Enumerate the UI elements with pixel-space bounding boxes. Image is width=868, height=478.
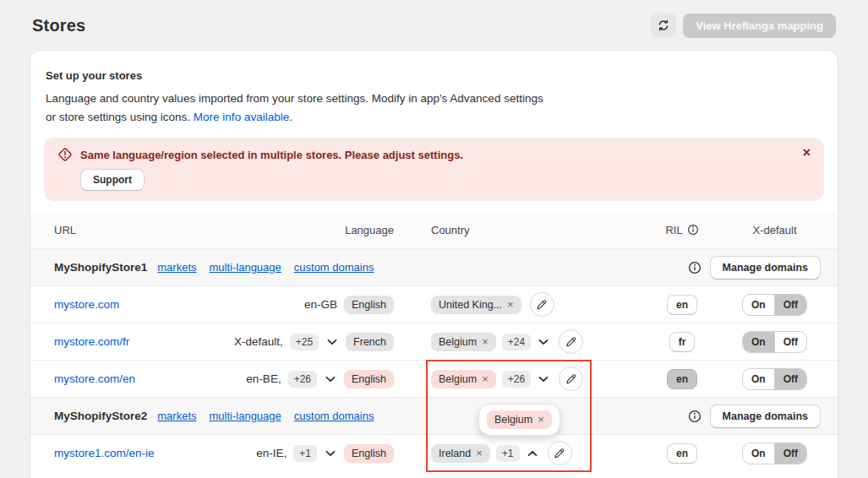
link-markets[interactable]: markets <box>157 261 196 274</box>
store-url-link[interactable]: mystore1.com/en-ie <box>54 447 155 459</box>
country-chip: United King... × <box>431 296 521 314</box>
xdefault-toggle[interactable]: On Off <box>742 294 807 316</box>
ril-chip[interactable]: en <box>667 369 697 389</box>
pencil-icon <box>565 373 577 385</box>
language-overflow-chip: +26 <box>288 371 317 388</box>
banner-close-icon[interactable]: × <box>803 146 811 160</box>
column-header-xdefault: X-default <box>729 224 821 236</box>
sync-icon <box>657 19 670 32</box>
edit-pencil-button[interactable] <box>530 292 554 317</box>
link-multi-language[interactable]: multi-language <box>210 261 281 274</box>
xdefault-toggle[interactable]: On Off <box>742 368 807 390</box>
link-custom-domains[interactable]: custom domains <box>294 261 374 274</box>
link-custom-domains[interactable]: custom domains <box>294 410 374 422</box>
country-overflow-chip: +26 <box>502 371 531 388</box>
pencil-icon <box>554 448 565 459</box>
chevron-down-icon[interactable] <box>324 374 337 384</box>
xdefault-toggle[interactable]: On Off <box>742 443 807 464</box>
column-header-country: Country <box>424 224 636 236</box>
store-url-link[interactable]: mystore.com/fr <box>54 335 129 348</box>
setup-description: Language and country values imported fro… <box>46 90 822 127</box>
alert-diamond-icon <box>57 147 73 162</box>
toggle-off[interactable]: Off <box>774 369 806 389</box>
chevron-down-icon[interactable] <box>325 337 339 347</box>
page-title: Stores <box>32 16 85 35</box>
store-group-row: MyShopifyStore1 markets multi-language c… <box>30 248 838 285</box>
chip-remove-icon[interactable]: × <box>482 338 489 346</box>
store-url-link[interactable]: mystore.com/en <box>54 372 135 385</box>
chevron-down-icon[interactable] <box>537 337 550 347</box>
table-row: mystore.com/en en-BE, +26 English Belgiu… <box>30 360 838 397</box>
view-hreflangs-button[interactable]: View Hreflangs mapping <box>683 14 836 38</box>
xdefault-toggle[interactable]: On Off <box>742 331 807 353</box>
table-header-row: URL Language Country RIL X-default <box>30 211 838 248</box>
chevron-down-icon[interactable] <box>537 374 550 384</box>
chip-remove-icon[interactable]: × <box>507 301 514 309</box>
toggle-on[interactable]: On <box>743 332 774 352</box>
chip-remove-icon[interactable]: × <box>482 375 489 383</box>
chevron-up-icon[interactable] <box>526 448 539 459</box>
column-header-ril: RIL <box>636 224 729 236</box>
stores-card: Set up your stores Language and country … <box>30 51 838 478</box>
language-overflow-chip: +25 <box>290 334 319 350</box>
country-chip: Belgium × <box>431 370 496 388</box>
support-button[interactable]: Support <box>80 169 145 191</box>
info-icon[interactable] <box>688 410 701 423</box>
pencil-icon <box>536 299 548 311</box>
warning-banner: Same language/region selected in multipl… <box>44 138 824 201</box>
manage-domains-button[interactable]: Manage domains <box>710 405 821 428</box>
column-header-url: URL <box>54 224 206 236</box>
manage-domains-button[interactable]: Manage domains <box>710 256 821 280</box>
language-code: en-IE, <box>256 447 287 459</box>
language-code: en-BE, <box>246 372 281 385</box>
table-row: mystore.com/fr X-default, +25 French Bel… <box>30 323 838 360</box>
toggle-on[interactable]: On <box>743 369 774 389</box>
ril-chip[interactable]: fr <box>669 332 696 352</box>
pencil-icon <box>565 336 577 348</box>
setup-heading: Set up your stores <box>46 69 822 82</box>
table-row: mystore.com en-GB English United King...… <box>30 285 838 323</box>
language-chip: English <box>344 444 394 463</box>
toggle-off[interactable]: Off <box>774 332 806 352</box>
column-header-language: Language <box>206 224 424 236</box>
language-code: en-GB <box>304 298 337 311</box>
chip-remove-icon[interactable]: × <box>476 449 483 458</box>
edit-pencil-button[interactable] <box>559 367 583 391</box>
topbar: Stores View Hreflangs mapping <box>0 0 868 51</box>
ril-chip[interactable]: en <box>667 443 697 464</box>
link-multi-language[interactable]: multi-language <box>210 410 281 422</box>
language-overflow-chip: +1 <box>293 445 317 462</box>
table-row: mystore1.com/en-ie en-IE, +1 English Ire… <box>30 434 838 471</box>
edit-pencil-button[interactable] <box>548 441 572 465</box>
ril-chip[interactable]: en <box>667 295 697 315</box>
chip-remove-icon[interactable]: × <box>538 416 544 424</box>
toggle-on[interactable]: On <box>743 295 774 315</box>
store-name: MyShopifyStore1 <box>54 261 147 274</box>
language-chip: English <box>344 296 394 314</box>
stores-table: URL Language Country RIL X-default MySho… <box>30 211 838 471</box>
link-markets[interactable]: markets <box>157 410 196 422</box>
refresh-button[interactable] <box>651 13 676 38</box>
store-name: MyShopifyStore2 <box>54 410 147 422</box>
store-group-row: MyShopifyStore2 markets multi-language c… <box>30 397 838 434</box>
country-chip: Belgium × <box>431 333 496 351</box>
info-icon[interactable] <box>688 261 701 274</box>
language-chip: French <box>346 333 394 351</box>
edit-pencil-button[interactable] <box>559 329 583 354</box>
store-url-link[interactable]: mystore.com <box>54 298 119 311</box>
country-overflow-chip: +1 <box>496 445 520 462</box>
banner-message: Same language/region selected in multipl… <box>80 149 463 161</box>
info-icon[interactable] <box>687 224 699 236</box>
topbar-actions: View Hreflangs mapping <box>651 13 836 38</box>
language-chip: English <box>344 370 394 388</box>
toggle-off[interactable]: Off <box>774 443 806 464</box>
country-popup: Belgium × <box>478 404 560 436</box>
chevron-down-icon[interactable] <box>324 448 337 459</box>
popup-country-chip: Belgium × <box>487 410 552 429</box>
toggle-on[interactable]: On <box>743 443 774 464</box>
country-chip: Ireland × <box>431 444 490 463</box>
more-info-link[interactable]: More info available <box>194 111 289 123</box>
country-overflow-chip: +24 <box>502 334 531 350</box>
language-code: X-default, <box>234 335 283 348</box>
toggle-off[interactable]: Off <box>774 295 806 315</box>
